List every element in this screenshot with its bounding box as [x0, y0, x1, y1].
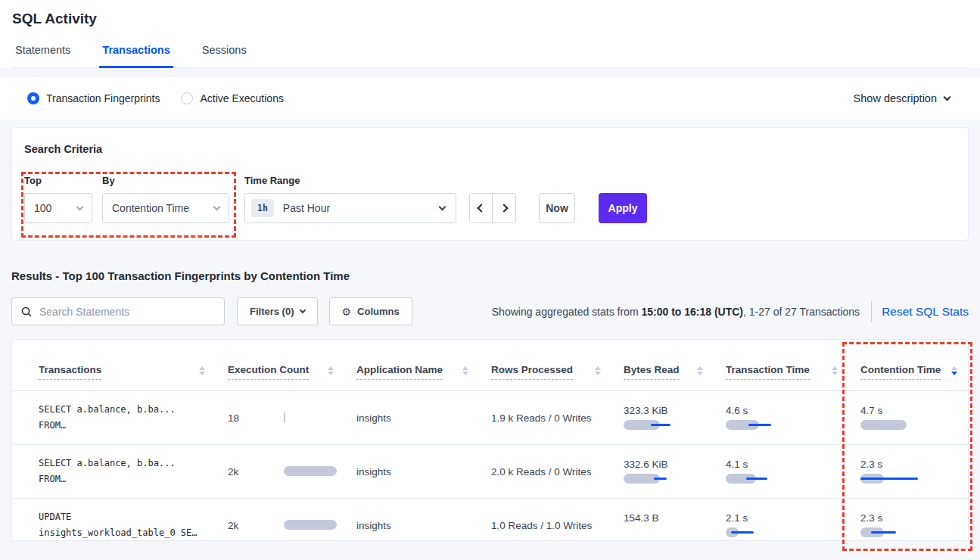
rows-processed-cell: 1.0 Reads / 1.0 Writes [491, 520, 624, 531]
columns-label: Columns [357, 306, 400, 317]
bar-chart [726, 527, 860, 538]
table-header-row: Transactions Execution Count Application… [12, 340, 968, 391]
column-header-execution-count[interactable]: Execution Count [228, 364, 356, 390]
contention-time-cell: 2.3 s [860, 459, 968, 484]
radio-label: Active Executions [200, 92, 284, 104]
execution-count-cell: 2k [228, 466, 356, 478]
results-toolbar: Filters (0) ⚙ Columns Showing aggregated… [11, 297, 969, 325]
top-select-value: 100 [34, 202, 51, 214]
toolbar-right: Showing aggregated stats from 15:00 to 1… [492, 301, 969, 322]
column-header-rows-processed[interactable]: Rows Processed [491, 364, 624, 390]
sort-icon[interactable] [595, 366, 601, 375]
column-header-bytes-read[interactable]: Bytes Read [624, 364, 726, 390]
transactions-table: Transactions Execution Count Application… [11, 339, 969, 541]
table-row[interactable]: SELECT a.balance, b.ba... FROM… 18 insig… [12, 391, 968, 445]
table-row[interactable]: SELECT a.balance, b.ba... FROM… 2k insig… [12, 445, 968, 499]
table-row[interactable]: UPDATE insights_workload_table_0 SE… 2k … [12, 499, 968, 541]
chevron-down-icon [76, 203, 84, 210]
now-button[interactable]: Now [539, 193, 575, 223]
bar-chart [860, 420, 968, 431]
execution-count-cell: 18 [228, 412, 356, 424]
radio-transaction-fingerprints[interactable]: Transaction Fingerprints [27, 92, 160, 104]
tab-transactions[interactable]: Transactions [99, 44, 173, 68]
search-criteria-form: Top 100 By Contention Time Time Range 1h… [24, 175, 956, 223]
bar-chart [624, 420, 726, 431]
application-name-cell: insights [356, 520, 491, 531]
previous-time-button[interactable] [470, 194, 493, 222]
time-range-select[interactable]: 1h Past Hour [244, 193, 456, 223]
tab-statements[interactable]: Statements [12, 44, 73, 67]
search-statements-box[interactable] [11, 297, 225, 325]
show-description-toggle[interactable]: Show description [854, 92, 950, 104]
transaction-time-cell: 2.1 s [726, 512, 860, 538]
columns-button[interactable]: ⚙ Columns [329, 297, 412, 325]
tab-bar: Statements Transactions Sessions [12, 44, 968, 68]
application-name-cell: insights [356, 466, 491, 478]
radio-selected-icon[interactable] [27, 92, 39, 104]
transaction-time-cell: 4.1 s [726, 459, 860, 484]
search-statements-input[interactable] [39, 306, 206, 318]
column-header-contention-time[interactable]: Contention Time [860, 364, 968, 390]
page-header: SQL Activity Statements Transactions Ses… [0, 0, 980, 68]
transaction-fingerprint-link[interactable]: SELECT a.balance, b.ba... FROM… [39, 402, 228, 434]
aggregated-stats-text: Showing aggregated stats from 15:00 to 1… [492, 306, 860, 318]
top-select[interactable]: 100 [24, 193, 92, 223]
sort-icon[interactable] [832, 366, 838, 375]
time-range-pager [469, 193, 516, 223]
reset-sql-stats-link[interactable]: Reset SQL Stats [882, 305, 969, 319]
radio-unselected-icon[interactable] [181, 92, 193, 104]
chevron-left-icon [477, 204, 485, 212]
sort-icon[interactable] [697, 366, 703, 375]
bytes-read-cell: 154.3 B [624, 512, 726, 538]
column-header-application-name[interactable]: Application Name [356, 364, 491, 390]
by-select-value: Contention Time [112, 202, 189, 214]
rows-processed-cell: 2.0 k Reads / 0 Writes [491, 466, 624, 478]
execution-count-cell: 2k [228, 520, 356, 531]
rows-processed-cell: 1.9 k Reads / 0 Writes [491, 412, 624, 424]
gear-icon: ⚙ [342, 306, 352, 318]
chevron-down-icon [299, 306, 305, 313]
radio-label: Transaction Fingerprints [46, 92, 160, 104]
page-title: SQL Activity [12, 11, 968, 27]
application-name-cell: insights [356, 412, 491, 424]
search-criteria-heading: Search Criteria [24, 143, 956, 155]
tab-sessions[interactable]: Sessions [199, 44, 250, 67]
vertical-divider [871, 301, 872, 322]
bar-chart [860, 527, 968, 538]
bytes-read-cell: 332.6 KiB [624, 459, 726, 484]
bar-chart [726, 420, 860, 431]
apply-button[interactable]: Apply [599, 193, 647, 223]
contention-time-cell: 4.7 s [860, 405, 968, 431]
bar-chart [284, 466, 338, 477]
time-range-badge: 1h [251, 199, 274, 217]
top-field: Top 100 [24, 175, 92, 223]
chevron-down-icon [944, 93, 951, 101]
transaction-time-cell: 4.6 s [726, 405, 860, 431]
sort-icon[interactable] [462, 366, 468, 375]
column-header-transaction-time[interactable]: Transaction Time [726, 364, 860, 390]
radio-active-executions[interactable]: Active Executions [181, 92, 284, 104]
bar-chart [860, 474, 968, 484]
chevron-down-icon [439, 203, 446, 210]
transaction-fingerprint-link[interactable]: UPDATE insights_workload_table_0 SE… [39, 509, 228, 541]
time-range-label: Time Range [244, 175, 456, 186]
sort-icon-active-desc[interactable] [951, 366, 957, 375]
by-select[interactable]: Contention Time [102, 193, 229, 223]
sort-icon[interactable] [328, 366, 334, 375]
chevron-down-icon [213, 203, 221, 210]
top-label: Top [24, 175, 92, 186]
bar-chart [284, 412, 338, 423]
column-header-transactions[interactable]: Transactions [39, 364, 228, 390]
transaction-fingerprint-link[interactable]: SELECT a.balance, b.ba... FROM… [39, 456, 228, 487]
search-criteria-panel: Search Criteria Top 100 By Contention Ti… [11, 127, 969, 241]
contention-time-cell: 2.3 s [860, 512, 968, 538]
filters-button[interactable]: Filters (0) [237, 297, 318, 325]
chevron-right-icon [499, 204, 508, 212]
sort-icon[interactable] [199, 366, 205, 375]
by-field: By Contention Time [102, 175, 229, 223]
next-time-button[interactable] [493, 194, 515, 222]
sql-activity-page: SQL Activity Statements Transactions Ses… [0, 0, 980, 560]
filters-label: Filters (0) [250, 306, 294, 317]
time-range-field: Time Range 1h Past Hour [244, 175, 456, 223]
bar-chart [624, 474, 726, 484]
